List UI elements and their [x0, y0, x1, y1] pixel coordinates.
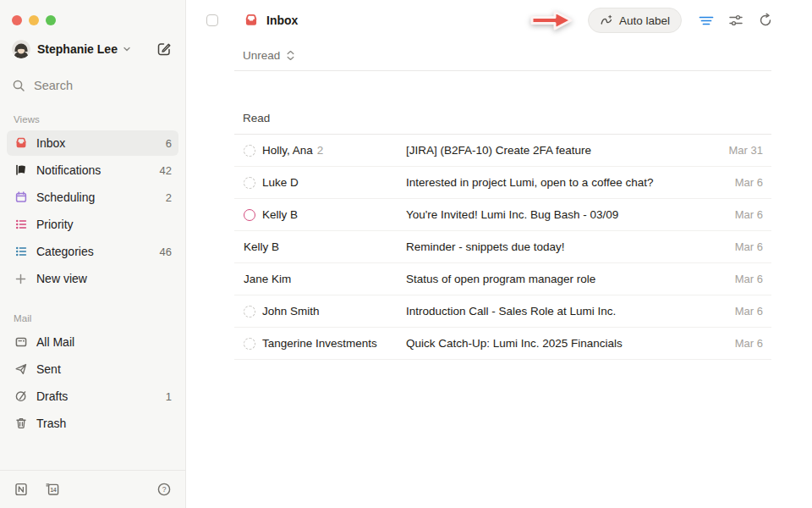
- thread-count: 2: [317, 144, 324, 157]
- sidebar-item-priority[interactable]: Priority: [7, 212, 178, 237]
- inbox-icon: [244, 13, 259, 28]
- header-icon-group: [699, 13, 773, 28]
- red-arrow-annotation: [529, 7, 574, 34]
- header-actions: Auto label: [529, 7, 773, 34]
- sidebar-item-label: Sent: [36, 362, 61, 376]
- avatar: [12, 40, 30, 58]
- auto-label-icon: [600, 14, 613, 27]
- close-window-button[interactable]: [12, 15, 22, 25]
- search-icon: [12, 79, 25, 92]
- mail-row[interactable]: Tangerine Investments Quick Catch-Up: Lu…: [234, 328, 771, 360]
- mail-row[interactable]: Holly, Ana 2 [JIRA] (B2FA-10) Create 2FA…: [234, 135, 771, 167]
- mail-subject: Interested in project Lumi, open to a co…: [406, 176, 725, 189]
- search-label: Search: [34, 79, 73, 92]
- sidebar-item-all-mail[interactable]: All Mail: [7, 329, 178, 355]
- sidebar-item-label: Priority: [36, 218, 74, 231]
- sender-name: Jane Kim: [244, 273, 291, 285]
- notifications-icon: [14, 163, 28, 178]
- mail-date: Mar 6: [735, 208, 763, 221]
- filter-icon[interactable]: [699, 13, 714, 28]
- count-badge: 46: [160, 246, 172, 258]
- mail-date: Mar 6: [735, 273, 763, 285]
- profile-switcher[interactable]: Stephanie Lee: [0, 40, 185, 58]
- drafts-icon: [14, 389, 28, 404]
- sidebar-footer: 14 ?: [0, 470, 185, 508]
- unread-section-label: Unread: [243, 49, 280, 62]
- search-button[interactable]: Search: [0, 79, 185, 92]
- sent-icon: [14, 362, 28, 377]
- views-section-label: Views: [14, 114, 172, 124]
- mail-subject: Status of open program manager role: [406, 273, 725, 285]
- compose-button[interactable]: [156, 41, 172, 57]
- list-header: Inbox Auto label: [186, 0, 812, 41]
- sidebar-item-label: Drafts: [36, 389, 68, 403]
- mail-date: Mar 6: [735, 337, 763, 350]
- svg-text:14: 14: [51, 487, 58, 493]
- select-all-checkbox[interactable]: [206, 14, 218, 26]
- all-mail-icon: [14, 335, 28, 350]
- mail-date: Mar 6: [735, 176, 763, 189]
- sidebar-item-new-view[interactable]: New view: [7, 266, 178, 291]
- unread-sort-control[interactable]: Unread: [234, 41, 771, 71]
- svg-text:?: ?: [162, 485, 167, 494]
- sender-name: John Smith: [262, 305, 320, 318]
- mail-subject: Reminder - snippets due today!: [406, 240, 725, 253]
- mail-row[interactable]: Kelly B Reminder - snippets due today! M…: [234, 231, 771, 263]
- sender-name: Tangerine Investments: [262, 337, 377, 350]
- sidebar-item-trash[interactable]: Trash: [7, 411, 178, 436]
- sidebar-item-inbox[interactable]: Inbox 6: [7, 130, 178, 156]
- help-icon[interactable]: ?: [156, 482, 172, 497]
- mail-subject: Quick Catch-Up: Lumi Inc. 2025 Financial…: [406, 337, 725, 350]
- count-badge: 2: [166, 191, 172, 204]
- sidebar-item-label: Inbox: [36, 136, 65, 150]
- refresh-icon[interactable]: [758, 13, 773, 28]
- sidebar: Stephanie Lee Search Views Inbox 6: [0, 0, 186, 508]
- mail-row[interactable]: Kelly B You're Invited! Lumi Inc. Bug Ba…: [234, 199, 771, 231]
- view-title: Inbox: [244, 13, 298, 28]
- mail-subject: Introduction Call - Sales Role at Lumi I…: [406, 305, 725, 318]
- unsubscribe-status-icon[interactable]: [244, 338, 255, 350]
- sidebar-item-label: Scheduling: [36, 190, 95, 204]
- window-controls: [0, 0, 185, 25]
- sidebar-item-label: All Mail: [36, 335, 74, 349]
- auto-label-label: Auto label: [619, 14, 670, 27]
- sidebar-item-scheduling[interactable]: Scheduling 2: [7, 185, 178, 210]
- trash-icon: [14, 417, 28, 431]
- zoom-window-button[interactable]: [46, 15, 56, 25]
- display-settings-icon[interactable]: [728, 13, 743, 28]
- read-section-label: Read: [234, 71, 771, 135]
- profile-name: Stephanie Lee: [37, 42, 118, 56]
- unsubscribe-status-icon[interactable]: [244, 306, 255, 318]
- sender-name: Holly, Ana: [262, 144, 313, 157]
- inbox-icon: [14, 136, 28, 151]
- mail-row[interactable]: Luke D Interested in project Lumi, open …: [234, 167, 771, 199]
- categories-icon: [14, 245, 28, 259]
- unsubscribe-status-icon[interactable]: [244, 145, 255, 157]
- mail-section-label: Mail: [14, 313, 172, 323]
- sidebar-item-label: Categories: [36, 245, 94, 258]
- mail-row[interactable]: Jane Kim Status of open program manager …: [234, 263, 771, 295]
- sidebar-item-label: New view: [36, 272, 87, 285]
- sidebar-item-notifications[interactable]: Notifications 42: [7, 157, 178, 183]
- minimize-window-button[interactable]: [29, 15, 39, 25]
- mail-row[interactable]: John Smith Introduction Call - Sales Rol…: [234, 295, 771, 328]
- sort-arrows-icon: [286, 50, 295, 61]
- mail-date: Mar 31: [729, 144, 763, 157]
- count-badge: 1: [166, 390, 172, 403]
- sidebar-item-drafts[interactable]: Drafts 1: [7, 384, 178, 409]
- sidebar-item-sent[interactable]: Sent: [7, 356, 178, 382]
- sidebar-item-categories[interactable]: Categories 46: [7, 239, 178, 264]
- plus-icon: [14, 272, 28, 286]
- auto-label-button[interactable]: Auto label: [588, 8, 682, 33]
- unsubscribe-status-icon[interactable]: [244, 177, 255, 189]
- notion-logo-icon[interactable]: [14, 482, 29, 497]
- sidebar-item-label: Notifications: [36, 163, 101, 177]
- notion-calendar-icon[interactable]: 14: [44, 482, 60, 497]
- mail-list-pane: Inbox Auto label: [186, 0, 812, 508]
- mail-date: Mar 6: [735, 240, 763, 253]
- sidebar-item-label: Trash: [36, 417, 66, 430]
- scheduling-icon: [14, 190, 28, 205]
- unsubscribe-status-icon[interactable]: [244, 209, 255, 221]
- mail-subject: You're Invited! Lumi Inc. Bug Bash - 03/…: [406, 208, 725, 221]
- chevron-down-icon: [123, 45, 131, 53]
